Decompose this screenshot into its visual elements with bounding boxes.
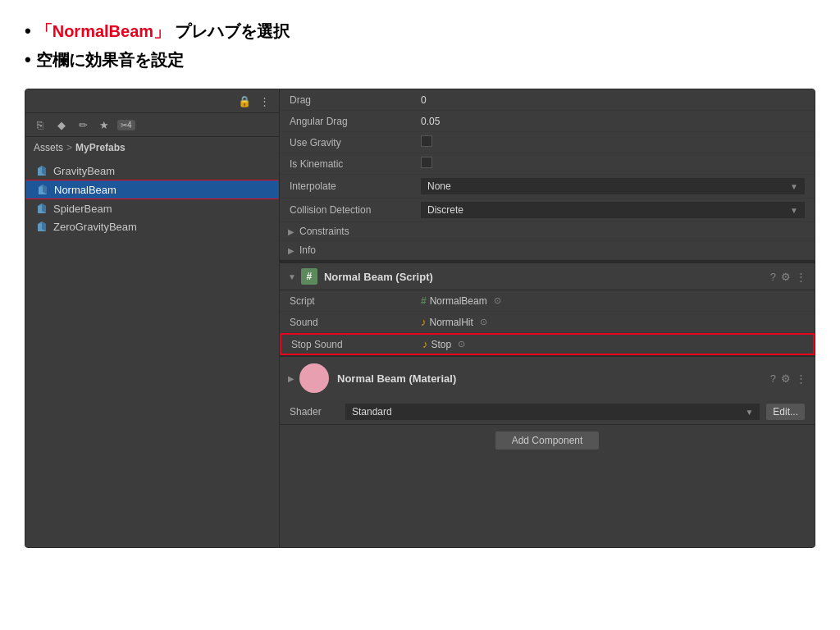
target-icon-script[interactable]: ⊙ [494, 295, 501, 306]
badge: ✂4 [117, 120, 135, 130]
sidebar-path: Assets > MyPrefabs [25, 137, 279, 158]
menu-icon[interactable]: ⋮ [256, 93, 272, 109]
interpolate-value: None ▼ [421, 178, 805, 194]
info-label: Info [299, 244, 316, 256]
use-gravity-checkbox[interactable] [421, 135, 432, 147]
info-row[interactable]: ▶ Info [280, 241, 815, 260]
sidebar-items: GravityBeam NormalBeam [25, 158, 279, 547]
angular-drag-value: 0.05 [421, 116, 805, 127]
interpolate-label: Interpolate [290, 180, 421, 192]
cube-icon-zerogravity [35, 220, 48, 233]
interpolate-dropdown[interactable]: None ▼ [421, 178, 805, 194]
hash-small-icon: # [421, 295, 427, 307]
sidebar-item-gravitybeam[interactable]: GravityBeam [25, 162, 279, 180]
instruction-black-1: プレハブを選択 [175, 18, 290, 44]
is-kinematic-row: Is Kinematic [280, 153, 815, 175]
material-header: ▶ Normal Beam (Material) ? ⚙ ⋮ [280, 357, 815, 399]
use-gravity-value [421, 135, 805, 149]
note-icon-stop: ♪ [422, 338, 428, 350]
stop-sound-value: ♪ Stop ⊙ [422, 338, 465, 350]
instruction-black-2: 空欄に効果音を設定 [36, 47, 184, 73]
hash-icon: # [301, 268, 317, 285]
is-kinematic-label: Is Kinematic [290, 158, 421, 170]
stop-sound-name: Stop [431, 339, 452, 350]
is-kinematic-value [421, 157, 805, 171]
sidebar-label-zerogravitybeam: ZeroGravityBeam [53, 221, 137, 233]
material-section-icons: ? ⚙ ⋮ [770, 372, 806, 385]
angular-drag-label: Angular Drag [290, 116, 421, 127]
material-expand-arrow: ▶ [288, 374, 294, 383]
material-title: Normal Beam (Material) [337, 372, 770, 385]
script-section-header: ▼ # Normal Beam (Script) ? ⚙ ⋮ [280, 262, 815, 290]
cube-icon-spider [35, 202, 48, 215]
shader-dropdown[interactable]: Standard ▼ [345, 404, 760, 420]
instruction-list: 「NormalBeam」 プレハブを選択 空欄に効果音を設定 [25, 16, 815, 74]
script-section: ▼ # Normal Beam (Script) ? ⚙ ⋮ Script # … [280, 260, 815, 355]
stop-sound-row: Stop Sound ♪ Stop ⊙ [280, 333, 815, 355]
material-more-icon[interactable]: ⋮ [796, 372, 806, 385]
filter-icon[interactable]: ◆ [53, 116, 70, 133]
lock-icon[interactable]: 🔒 [236, 93, 253, 109]
info-arrow: ▶ [288, 246, 294, 255]
constraints-label: Constraints [299, 226, 349, 237]
material-section: ▶ Normal Beam (Material) ? ⚙ ⋮ Shader St… [280, 355, 815, 424]
help-icon[interactable]: ? [770, 271, 776, 283]
collision-detection-dropdown[interactable]: Discrete ▼ [421, 202, 805, 218]
sidebar-toolbar: 🔒 ⋮ [25, 89, 279, 113]
interpolate-arrow: ▼ [790, 182, 798, 191]
script-row: Script # NormalBeam ⊙ [280, 290, 815, 312]
edit-button[interactable]: Edit... [766, 404, 805, 420]
instruction-item-2: 空欄に効果音を設定 [25, 45, 815, 74]
settings-icon[interactable]: ⚙ [781, 271, 791, 283]
constraints-row[interactable]: ▶ Constraints [280, 222, 815, 241]
stop-sound-label: Stop Sound [291, 339, 422, 350]
sidebar-label-gravitybeam: GravityBeam [53, 165, 115, 177]
script-section-title: Normal Beam (Script) [324, 271, 770, 283]
sidebar: 🔒 ⋮ ⎘ ◆ ✏ ★ ✂4 Assets > MyPrefabs [25, 89, 280, 547]
drag-row: Drag 0 [280, 89, 815, 111]
note-icon-sound: ♪ [421, 316, 427, 328]
script-section-icons: ? ⚙ ⋮ [770, 271, 806, 283]
sound-row: Sound ♪ NormalHit ⊙ [280, 312, 815, 333]
constraints-arrow: ▶ [288, 227, 294, 236]
target-icon-sound[interactable]: ⊙ [480, 317, 487, 327]
sidebar-label-normalbeam: NormalBeam [54, 184, 116, 196]
path-assets: Assets [34, 142, 63, 153]
drag-value: 0 [421, 94, 805, 106]
script-expand-arrow: ▼ [288, 272, 296, 281]
sidebar-label-spiderbeam: SpiderBeam [53, 203, 112, 215]
instruction-item-1: 「NormalBeam」 プレハブを選択 [25, 16, 815, 45]
sidebar-item-zerogravitybeam[interactable]: ZeroGravityBeam [25, 217, 279, 235]
shader-value: Standard [352, 406, 392, 418]
sound-value: ♪ NormalHit ⊙ [421, 316, 487, 328]
refresh-icon[interactable]: ⎘ [32, 116, 48, 133]
shader-dropdown-arrow: ▼ [745, 408, 753, 417]
add-component-button[interactable]: Add Component [495, 431, 600, 450]
collision-detection-value: Discrete ▼ [421, 202, 805, 218]
sound-name: NormalHit [430, 317, 473, 328]
material-help-icon[interactable]: ? [770, 372, 776, 385]
material-settings-icon[interactable]: ⚙ [781, 372, 791, 385]
sidebar-item-spiderbeam[interactable]: SpiderBeam [25, 199, 279, 217]
angular-drag-row: Angular Drag 0.05 [280, 111, 815, 132]
sidebar-item-normalbeam[interactable]: NormalBeam [25, 180, 279, 199]
target-icon-stop[interactable]: ⊙ [458, 339, 465, 349]
shader-label: Shader [290, 406, 339, 418]
add-component-area: Add Component [280, 424, 815, 456]
material-circle [299, 363, 329, 393]
instruction-red-1: 「NormalBeam」 [36, 18, 170, 44]
shader-row: Shader Standard ▼ Edit... [280, 399, 815, 424]
sidebar-icons-row: ⎘ ◆ ✏ ★ ✂4 [25, 113, 279, 137]
use-gravity-label: Use Gravity [290, 137, 421, 148]
drag-label: Drag [290, 94, 421, 106]
unity-panel: 🔒 ⋮ ⎘ ◆ ✏ ★ ✂4 Assets > MyPrefabs [25, 89, 815, 548]
use-gravity-row: Use Gravity [280, 132, 815, 153]
is-kinematic-checkbox[interactable] [421, 157, 432, 168]
inspector: Drag 0 Angular Drag 0.05 Use Gravity Is … [280, 89, 815, 547]
edit-icon[interactable]: ✏ [75, 116, 91, 133]
more-icon[interactable]: ⋮ [796, 271, 806, 283]
collision-detection-arrow: ▼ [790, 206, 798, 215]
page-container: 「NormalBeam」 プレハブを選択 空欄に効果音を設定 🔒 ⋮ ⎘ ◆ ✏… [0, 0, 840, 630]
star-icon[interactable]: ★ [96, 116, 112, 133]
path-folder: MyPrefabs [75, 142, 126, 153]
